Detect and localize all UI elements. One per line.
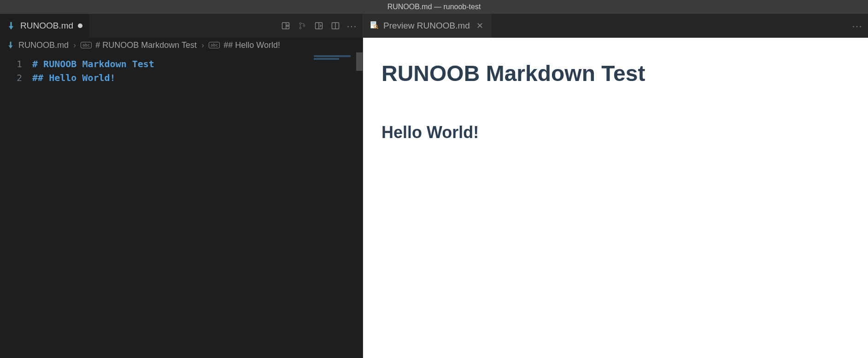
svg-rect-11 xyxy=(371,23,375,23)
svg-point-2 xyxy=(287,25,288,26)
preview-h2: Hello World! xyxy=(381,123,850,142)
preview-h1: RUNOOB Markdown Test xyxy=(381,61,850,86)
line-gutter: 1 2 xyxy=(0,52,32,358)
preview-tab-actions: ··· xyxy=(850,19,864,33)
preview-tab-label: Preview RUNOOB.md xyxy=(383,21,470,31)
line-number: 1 xyxy=(0,57,32,71)
scrollbar-thumb[interactable] xyxy=(356,52,363,71)
chevron-right-icon: › xyxy=(73,40,76,50)
svg-line-15 xyxy=(377,27,378,29)
markdown-file-icon xyxy=(6,41,15,49)
code-line[interactable]: ## Hello World! xyxy=(32,71,363,85)
more-actions-icon[interactable]: ··· xyxy=(850,19,864,33)
breadcrumb-h2-label: ## Hello World! xyxy=(223,40,280,50)
open-changes-icon[interactable] xyxy=(312,19,326,33)
chevron-right-icon: › xyxy=(201,40,204,50)
editor-tab-label: RUNOOB.md xyxy=(20,21,73,31)
close-icon[interactable]: ✕ xyxy=(475,21,485,31)
markdown-file-icon xyxy=(6,21,16,30)
editor-tab-actions: ··· xyxy=(279,19,359,33)
svg-rect-12 xyxy=(371,23,375,24)
code-content[interactable]: # RUNOOB Markdown Test ## Hello World! xyxy=(32,52,363,358)
dirty-indicator-icon xyxy=(78,23,82,28)
breadcrumb-h1-label: # RUNOOB Markdown Test xyxy=(95,40,197,50)
svg-point-5 xyxy=(304,25,305,26)
preview-pane: Preview RUNOOB.md ✕ ··· RUNOOB Markdown … xyxy=(363,14,868,358)
editor-body[interactable]: 1 2 # RUNOOB Markdown Test ## Hello Worl… xyxy=(0,52,363,358)
svg-point-4 xyxy=(299,27,301,29)
symbol-string-icon: abc xyxy=(81,42,92,48)
split-editor-icon[interactable] xyxy=(328,19,342,33)
editor-scrollbar[interactable] xyxy=(356,52,363,358)
svg-rect-13 xyxy=(371,25,374,25)
breadcrumb-h1[interactable]: abc # RUNOOB Markdown Test xyxy=(81,40,197,50)
preview-tab-bar: Preview RUNOOB.md ✕ ··· xyxy=(363,14,868,38)
preview-body[interactable]: RUNOOB Markdown Test Hello World! xyxy=(363,38,868,358)
editor-tab[interactable]: RUNOOB.md xyxy=(0,14,89,38)
symbol-string-icon: abc xyxy=(209,42,220,48)
compare-changes-icon[interactable] xyxy=(295,19,309,33)
preview-tab[interactable]: Preview RUNOOB.md ✕ xyxy=(363,14,492,38)
code-line[interactable]: # RUNOOB Markdown Test xyxy=(32,57,363,71)
svg-point-3 xyxy=(299,23,301,24)
more-actions-icon[interactable]: ··· xyxy=(345,19,359,33)
minimap[interactable] xyxy=(314,55,360,69)
breadcrumb-h2[interactable]: abc ## Hello World! xyxy=(209,40,280,50)
preview-file-icon xyxy=(369,20,379,32)
breadcrumb: RUNOOB.md › abc # RUNOOB Markdown Test ›… xyxy=(0,38,363,52)
breadcrumb-file-label: RUNOOB.md xyxy=(18,40,69,50)
line-number: 2 xyxy=(0,71,32,85)
window-title: RUNOOB.md — runoob-test xyxy=(387,3,481,11)
editor-pane: RUNOOB.md ··· xyxy=(0,14,363,358)
window-title-bar: RUNOOB.md — runoob-test xyxy=(0,0,868,14)
editor-tab-bar: RUNOOB.md ··· xyxy=(0,14,363,38)
main-area: RUNOOB.md ··· xyxy=(0,14,868,358)
open-preview-side-icon[interactable] xyxy=(279,19,293,33)
breadcrumb-file[interactable]: RUNOOB.md xyxy=(6,40,69,50)
